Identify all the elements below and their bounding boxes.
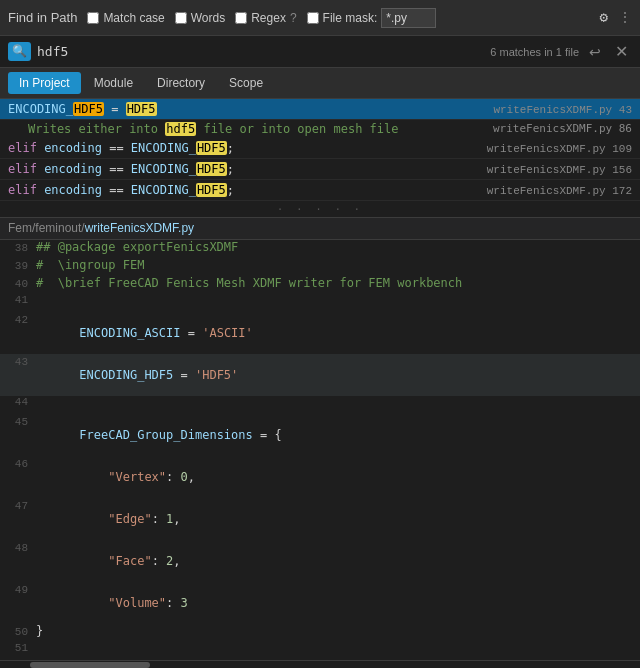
regex-help-icon: ? <box>290 11 297 25</box>
pane-divider: · · · · · <box>0 201 640 217</box>
line-number: 42 <box>0 314 36 326</box>
line-content: "Edge": 1, <box>36 498 640 540</box>
line-content: "Vertex": 0, <box>36 456 640 498</box>
line-content: # \brief FreeCAD Fenics Mesh XDMF writer… <box>36 276 640 290</box>
code-line-40: 40 # \brief FreeCAD Fenics Mesh XDMF wri… <box>0 276 640 294</box>
code-line-48: 48 "Face": 2, <box>0 540 640 582</box>
result-item[interactable]: ENCODING_HDF5 = HDF5 writeFenicsXDMF.py … <box>0 99 640 120</box>
result-file-info: writeFenicsXDMF.py 43 <box>493 104 632 116</box>
code-line-46: 46 "Vertex": 0, <box>0 456 640 498</box>
options-icon[interactable]: ⋮ <box>618 9 632 26</box>
code-line-38: 38 ## @package exportFenicsXDMF <box>0 240 640 258</box>
line-number: 48 <box>0 542 36 554</box>
words-label: Words <box>191 11 225 25</box>
code-line-47: 47 "Edge": 1, <box>0 498 640 540</box>
scrollbar-thumb[interactable] <box>30 662 150 668</box>
code-line-49: 49 "Volume": 3 <box>0 582 640 624</box>
file-dir: Fem/feminout/ <box>8 221 85 235</box>
result-item-4[interactable]: elif encoding == ENCODING_HDF5; writeFen… <box>0 159 640 180</box>
code-line-45: 45 FreeCAD_Group_Dimensions = { <box>0 414 640 456</box>
result-code-4: elif encoding == ENCODING_HDF5; <box>8 162 477 176</box>
result-code-5: elif encoding == ENCODING_HDF5; <box>8 183 477 197</box>
code-line-42: 42 ENCODING_ASCII = 'ASCII' <box>0 312 640 354</box>
file-path-text: Fem/feminout/writeFenicsXDMF.py <box>8 221 194 235</box>
scrollbar-area[interactable] <box>0 660 640 668</box>
file-mask-checkbox[interactable] <box>307 12 319 24</box>
line-content: ENCODING_ASCII = 'ASCII' <box>36 312 640 354</box>
line-content: "Face": 2, <box>36 540 640 582</box>
toolbar: Find in Path Match case Words Regex ? Fi… <box>0 0 640 36</box>
result-file-info-5: writeFenicsXDMF.py 172 <box>487 185 632 197</box>
regex-checkbox[interactable] <box>235 12 247 24</box>
line-number: 46 <box>0 458 36 470</box>
line-number: 51 <box>0 642 36 654</box>
line-number: 49 <box>0 584 36 596</box>
result-file-info-2: writeFenicsXDMF.py 86 <box>493 122 632 135</box>
file-name: writeFenicsXDMF.py <box>85 221 194 235</box>
tab-directory[interactable]: Directory <box>146 72 216 94</box>
tab-scope[interactable]: Scope <box>218 72 274 94</box>
code-viewer: 38 ## @package exportFenicsXDMF 39 # \in… <box>0 240 640 660</box>
line-number: 47 <box>0 500 36 512</box>
result-code-3: elif encoding == ENCODING_HDF5; <box>8 141 477 155</box>
line-content: } <box>36 624 640 638</box>
match-count: 6 matches in 1 file <box>490 46 579 58</box>
file-mask-group: File mask: <box>307 8 437 28</box>
line-number: 41 <box>0 294 36 306</box>
tab-module[interactable]: Module <box>83 72 144 94</box>
words-checkbox[interactable] <box>175 12 187 24</box>
regex-label: Regex <box>251 11 286 25</box>
words-group: Words <box>175 11 225 25</box>
line-content: ## @package exportFenicsXDMF <box>36 240 640 254</box>
close-search-button[interactable]: ✕ <box>611 40 632 63</box>
file-path-header: Fem/feminout/writeFenicsXDMF.py <box>0 217 640 240</box>
file-mask-label: File mask: <box>323 11 378 25</box>
regex-group: Regex ? <box>235 11 296 25</box>
search-input[interactable] <box>37 44 484 59</box>
code-line-51: 51 <box>0 642 640 660</box>
line-number: 39 <box>0 260 36 272</box>
line-number: 50 <box>0 626 36 638</box>
result-file-info-4: writeFenicsXDMF.py 156 <box>487 164 632 176</box>
search-icon: 🔍 <box>12 44 27 59</box>
code-line-44: 44 <box>0 396 640 414</box>
result-item-3[interactable]: elif encoding == ENCODING_HDF5; writeFen… <box>0 138 640 159</box>
tab-in-project[interactable]: In Project <box>8 72 81 94</box>
match-case-checkbox[interactable] <box>87 12 99 24</box>
line-number: 44 <box>0 396 36 408</box>
scope-tabs: In Project Module Directory Scope <box>0 68 640 99</box>
results-list: ENCODING_HDF5 = HDF5 writeFenicsXDMF.py … <box>0 99 640 201</box>
line-number: 45 <box>0 416 36 428</box>
search-bar: 🔍 6 matches in 1 file ↩ ✕ <box>0 36 640 68</box>
file-mask-input[interactable] <box>381 8 436 28</box>
match-case-label: Match case <box>103 11 164 25</box>
search-icon-wrap: 🔍 <box>8 42 31 61</box>
match-case-group: Match case <box>87 11 164 25</box>
line-content: "Volume": 3 <box>36 582 640 624</box>
line-content: FreeCAD_Group_Dimensions = { <box>36 414 640 456</box>
line-number: 40 <box>0 278 36 290</box>
line-content: ENCODING_HDF5 = 'HDF5' <box>36 354 640 396</box>
toolbar-title: Find in Path <box>8 10 77 25</box>
result-item-5[interactable]: elif encoding == ENCODING_HDF5; writeFen… <box>0 180 640 201</box>
filter-icon[interactable]: ⚙️ <box>600 9 608 26</box>
prev-match-button[interactable]: ↩ <box>585 42 605 62</box>
code-line-41: 41 <box>0 294 640 312</box>
line-content: # \ingroup FEM <box>36 258 640 272</box>
code-line-43: 43 ENCODING_HDF5 = 'HDF5' <box>0 354 640 396</box>
line-number: 38 <box>0 242 36 254</box>
code-line-50: 50 } <box>0 624 640 642</box>
result-code: ENCODING_HDF5 = HDF5 <box>8 102 483 116</box>
line-number: 43 <box>0 356 36 368</box>
result-file-info-3: writeFenicsXDMF.py 109 <box>487 143 632 155</box>
code-line-39: 39 # \ingroup FEM <box>0 258 640 276</box>
result-comment-item[interactable]: Writes either into hdf5 file or into ope… <box>0 120 640 138</box>
